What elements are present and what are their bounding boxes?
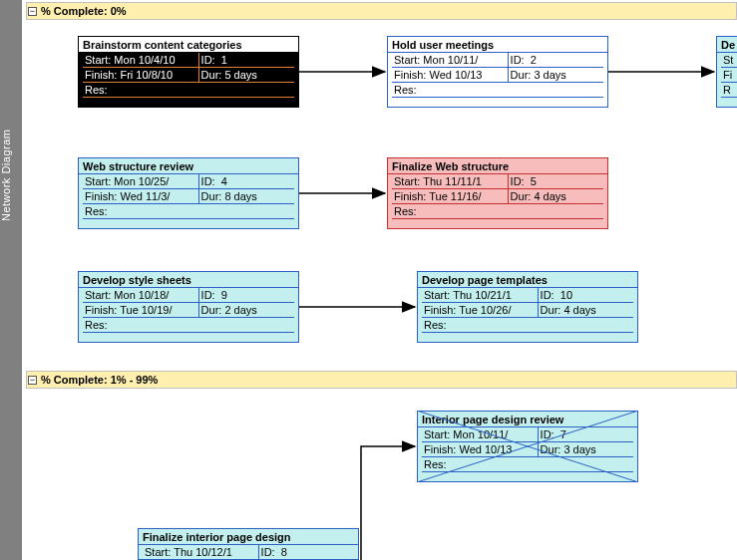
task-node[interactable]: Develop style sheets Start: Mon 10/18/ID… [78,271,299,343]
task-title: De [717,37,737,53]
collapse-icon[interactable]: − [28,7,37,16]
task-title: Develop page templates [418,272,637,288]
group-header-1[interactable]: − % Complete: 1% - 99% [26,371,737,389]
task-node[interactable]: Interior page design review Start: Mon 1… [417,411,638,482]
task-title: Web structure review [79,158,298,174]
task-node-clipped[interactable]: De St Fi R [716,36,737,108]
task-title: Interior page design review [418,412,637,427]
sidebar-tab[interactable]: Network Diagram [0,0,22,560]
group-label: % Complete: 0% [41,5,127,17]
task-node-clipped[interactable]: Finalize interior page design Start: Thu… [138,528,359,560]
task-node-critical[interactable]: Finalize Web structure Start: Thu 11/11/… [387,157,608,229]
task-node[interactable]: Hold user meetings Start: Mon 10/11/ID: … [387,36,608,108]
group-header-0[interactable]: − % Complete: 0% [26,2,737,20]
task-title: Hold user meetings [388,37,607,53]
task-title: Brainstorm content categories [79,37,298,53]
task-node[interactable]: Web structure review Start: Mon 10/25/ID… [78,157,299,229]
task-node[interactable]: Develop page templates Start: Thu 10/21/… [417,271,638,343]
diagram-canvas[interactable]: − % Complete: 0% − % Complete: 1% - 99% … [22,0,737,560]
task-title: Finalize Web structure [388,158,607,174]
task-title: Finalize interior page design [139,529,358,545]
sidebar-label: Network Diagram [0,0,12,351]
task-node[interactable]: Brainstorm content categories Start: Mon… [78,36,299,108]
task-title: Develop style sheets [79,272,298,288]
collapse-icon[interactable]: − [28,376,37,385]
group-label: % Complete: 1% - 99% [41,374,158,386]
